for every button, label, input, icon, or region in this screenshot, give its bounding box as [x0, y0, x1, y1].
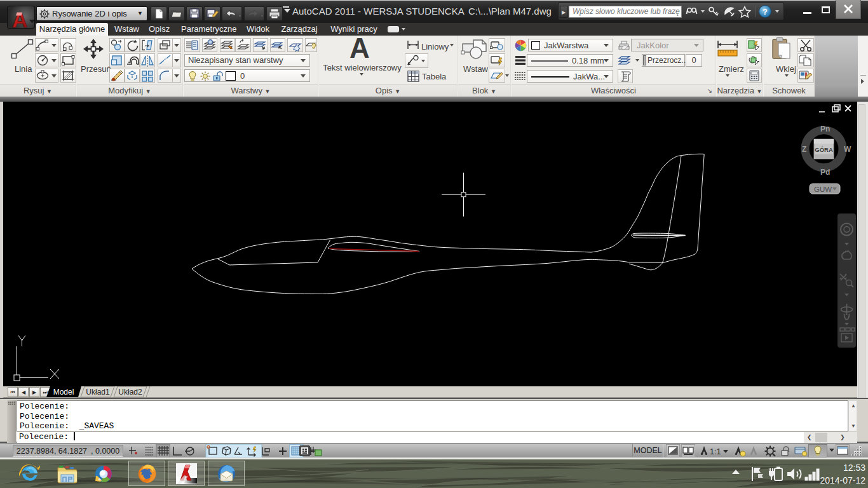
svg-text:GUW: GUW — [814, 186, 832, 193]
svg-text:GÓRA: GÓRA — [815, 146, 833, 153]
svg-text:Pn: Pn — [820, 125, 830, 133]
svg-text:1:1: 1:1 — [710, 447, 721, 456]
svg-text:Model: Model — [53, 388, 74, 396]
svg-text:Układ2: Układ2 — [118, 388, 142, 396]
svg-text:Z: Z — [802, 145, 806, 154]
svg-text:Układ1: Układ1 — [86, 388, 110, 396]
svg-text:W: W — [844, 145, 851, 154]
svg-text:A: A — [12, 8, 28, 29]
svg-text:Pd: Pd — [820, 168, 830, 177]
